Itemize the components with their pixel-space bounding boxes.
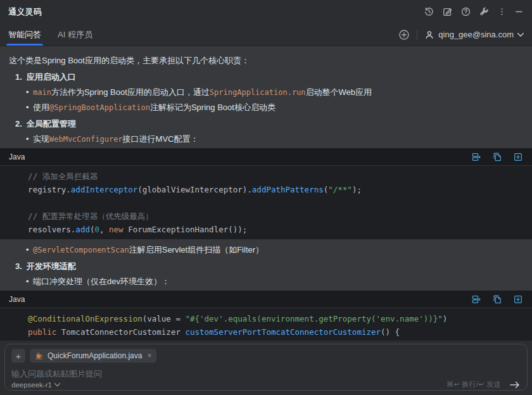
text-segment: 实现 bbox=[33, 134, 49, 144]
list-item-bullet: main方法作为Spring Boot应用的启动入口，通过SpringAppli… bbox=[33, 86, 523, 99]
code-line bbox=[0, 196, 532, 210]
insert-new-file-button[interactable] bbox=[513, 152, 523, 162]
list-item-numbered: 1.应用启动入口 bbox=[15, 71, 523, 84]
plus-circle-icon[interactable] bbox=[398, 29, 410, 41]
code-block-header: Java bbox=[0, 291, 532, 308]
tab-ai-programmer[interactable]: AI 程序员 bbox=[58, 23, 92, 46]
java-coffee-icon bbox=[35, 351, 44, 360]
composer-footer: deepseek-r1 ⌘↵ 换行/↵ 发送 bbox=[11, 380, 521, 389]
code-block-body: @ConditionalOnExpression(value = "#{'dev… bbox=[0, 308, 532, 341]
inline-code: main bbox=[33, 88, 51, 97]
tab-bar: 智能问答 AI 程序员 qing_gee@sina.com bbox=[0, 23, 532, 46]
account-menu[interactable]: qing_gee@sina.com bbox=[424, 30, 524, 40]
history-icon[interactable] bbox=[424, 6, 434, 17]
text-segment: 这个类是Spring Boot应用的启动类，主要承担以下几个核心职责： bbox=[9, 56, 250, 65]
keyboard-hint: ⌘↵ 换行/↵ 发送 bbox=[446, 380, 501, 389]
list-item-title: 应用启动入口 bbox=[27, 72, 76, 82]
text-segment: 注解启用Servlet组件扫描（如Filter） bbox=[129, 245, 263, 254]
code-block-header: Java bbox=[0, 148, 532, 166]
chat-messages: 这个类是Spring Boot应用的启动类，主要承担以下几个核心职责：1.应用启… bbox=[0, 46, 532, 341]
add-context-button[interactable]: + bbox=[11, 349, 25, 363]
app-title: 通义灵码 bbox=[8, 6, 42, 18]
minimize-icon[interactable] bbox=[514, 7, 524, 16]
send-arrow-icon[interactable] bbox=[509, 380, 521, 389]
code-block: Java @ConditionalOnExpression(value = "#… bbox=[0, 291, 532, 341]
list-item-bullet: 实现WebMvcConfigurer接口进行MVC配置： bbox=[33, 133, 523, 146]
context-file-chip[interactable]: QuickForumApplication.java × bbox=[30, 349, 156, 363]
list-item-numbered: 3.开发环境适配 bbox=[15, 260, 523, 273]
list-item-bullet: 端口冲突处理（仅在dev环境生效）： bbox=[33, 275, 523, 288]
list-item-title: 开发环境适配 bbox=[27, 261, 76, 271]
copy-code-button[interactable] bbox=[492, 152, 502, 162]
composer-area: + QuickForumApplication.java × 输入问题或粘贴图片… bbox=[0, 341, 532, 395]
help-icon[interactable] bbox=[460, 6, 471, 17]
divider bbox=[417, 30, 417, 40]
code-language-label: Java bbox=[9, 295, 25, 304]
list-item-bullet: @ServletComponentScan注解启用Servlet组件扫描（如Fi… bbox=[33, 244, 523, 256]
code-block: Java // 添加全局拦截器 registry.addInterceptor(… bbox=[0, 148, 532, 239]
settings-wrench-icon[interactable] bbox=[479, 6, 490, 17]
inline-code: SpringApplication.run bbox=[210, 88, 306, 97]
insert-code-button[interactable] bbox=[471, 152, 481, 162]
insert-code-button[interactable] bbox=[471, 294, 481, 304]
list-number: 3. bbox=[15, 261, 22, 271]
text-segment: 启动整个Web应用 bbox=[306, 87, 372, 97]
chat-input[interactable]: 输入问题或粘贴图片提问 bbox=[11, 368, 521, 380]
list-number: 1. bbox=[15, 72, 22, 82]
model-selector[interactable]: deepseek-r1 bbox=[11, 381, 60, 389]
text-segment: 接口进行MVC配置： bbox=[123, 134, 199, 144]
list-item-numbered: 2.全局配置管理 bbox=[15, 118, 523, 130]
code-line: registry.addInterceptor(globalViewInterc… bbox=[0, 183, 532, 196]
account-email: qing_gee@sina.com bbox=[438, 30, 514, 39]
code-line: resolvers.add(0, new ForumExceptionHandl… bbox=[0, 223, 532, 236]
text-segment: 使用 bbox=[33, 103, 49, 112]
list-item-bullet: 使用@SpringBootApplication注解标记为Spring Boot… bbox=[33, 101, 523, 114]
tab-label: AI 程序员 bbox=[58, 29, 92, 41]
text-segment: 端口冲突处理（仅在dev环境生效）： bbox=[33, 277, 170, 286]
insert-new-file-button[interactable] bbox=[513, 294, 523, 304]
code-actions bbox=[471, 152, 523, 162]
code-actions bbox=[471, 294, 523, 304]
code-line: @ConditionalOnExpression(value = "#{'dev… bbox=[0, 312, 532, 325]
new-chat-icon[interactable] bbox=[442, 6, 453, 17]
code-block-body: // 添加全局拦截器 registry.addInterceptor(globa… bbox=[0, 166, 532, 239]
text-segment: 方法作为Spring Boot应用的启动入口，通过 bbox=[51, 87, 210, 97]
titlebar-actions bbox=[424, 6, 524, 17]
title-bar: 通义灵码 bbox=[0, 0, 532, 23]
inline-code: @SpringBootApplication bbox=[49, 103, 150, 112]
message-paragraph: 这个类是Spring Boot应用的启动类，主要承担以下几个核心职责： bbox=[9, 54, 523, 67]
text-segment: 注解标记为Spring Boot核心启动类 bbox=[150, 103, 276, 112]
context-chips: + QuickForumApplication.java × bbox=[11, 349, 521, 363]
copy-code-button[interactable] bbox=[492, 294, 502, 304]
chip-close-icon[interactable]: × bbox=[147, 351, 151, 360]
code-line: // 添加全局拦截器 bbox=[0, 170, 532, 183]
context-file-name: QuickForumApplication.java bbox=[48, 351, 142, 360]
list-item-title: 全局配置管理 bbox=[27, 119, 76, 129]
tab-smart-qa[interactable]: 智能问答 bbox=[8, 23, 41, 46]
inline-code: @ServletComponentScan bbox=[33, 246, 129, 254]
code-language-label: Java bbox=[9, 153, 25, 161]
tabbar-right: qing_gee@sina.com bbox=[398, 23, 524, 46]
more-icon[interactable] bbox=[497, 7, 507, 16]
user-icon bbox=[424, 30, 434, 40]
model-name: deepseek-r1 bbox=[11, 381, 52, 389]
code-line: public TomcatConnectorCustomizer customS… bbox=[0, 325, 532, 339]
chevron-down-icon bbox=[517, 33, 524, 37]
code-line: // 配置异常处理器（优先级最高） bbox=[0, 210, 532, 223]
tab-label: 智能问答 bbox=[8, 29, 41, 41]
inline-code: WebMvcConfigurer bbox=[49, 135, 123, 144]
composer-box: + QuickForumApplication.java × 输入问题或粘贴图片… bbox=[4, 344, 528, 391]
list-number: 2. bbox=[15, 119, 22, 129]
